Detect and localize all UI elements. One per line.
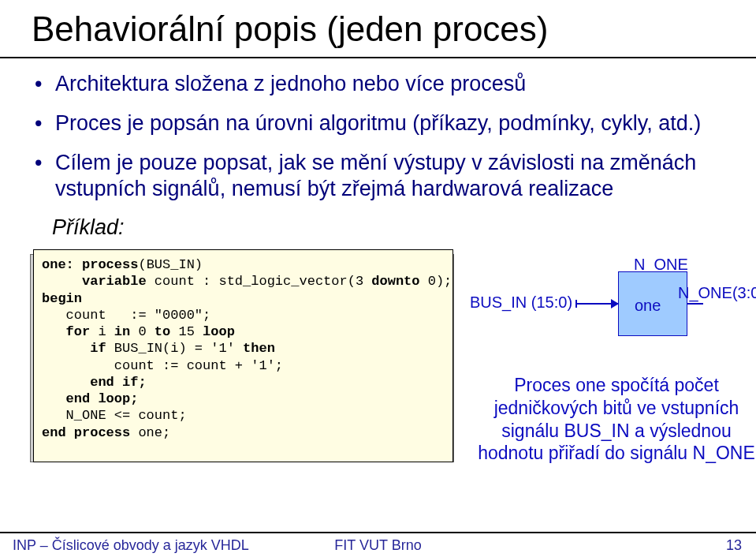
code-kw: begin bbox=[42, 291, 82, 306]
label-one: one bbox=[635, 297, 661, 315]
label-none-right: N_ONE(3:0) bbox=[678, 284, 756, 302]
code-kw: end if; bbox=[90, 375, 146, 390]
description-text: Proces one spočítá počet jedničkových bi… bbox=[473, 374, 756, 465]
code-kw: end loop; bbox=[66, 391, 139, 406]
code-text: 0); bbox=[420, 274, 452, 289]
footer-page: 13 bbox=[726, 537, 742, 554]
code-kw: in bbox=[114, 324, 130, 339]
code-kw: one: bbox=[42, 257, 74, 272]
code-text bbox=[42, 341, 90, 356]
code-text: 0 bbox=[130, 324, 155, 339]
slide-title: Behaviorální popis (jeden proces) bbox=[32, 9, 724, 49]
footer: INP – Číslicové obvody a jazyk VHDL FIT … bbox=[0, 532, 756, 557]
footer-center: FIT VUT Brno bbox=[0, 537, 756, 554]
title-underline bbox=[0, 57, 756, 58]
code-text: one; bbox=[130, 425, 170, 440]
code-kw: for bbox=[66, 324, 91, 339]
bullet-3: Cílem je pouze popsat, jak se mění výstu… bbox=[55, 150, 724, 204]
arrow-out bbox=[687, 303, 703, 305]
label-bus-in: BUS_IN (15:0) bbox=[470, 293, 572, 312]
code-text: BUS_IN(i) = '1' bbox=[106, 341, 243, 356]
code-block: one: process(BUS_IN) variable count : st… bbox=[33, 249, 453, 462]
code-text: i bbox=[90, 324, 114, 339]
code-text: N_ONE <= count; bbox=[42, 408, 187, 423]
code-text: (BUS_IN) bbox=[138, 257, 203, 272]
bullet-2: Proces je popsán na úrovni algoritmu (př… bbox=[55, 110, 724, 137]
code-text: count : std_logic_vector(3 bbox=[147, 274, 372, 289]
code-kw: then bbox=[243, 341, 275, 356]
code-kw: downto bbox=[371, 274, 419, 289]
bullet-1: Architektura složena z jednoho nebo více… bbox=[55, 71, 724, 98]
code-kw: variable bbox=[82, 274, 147, 289]
code-kw: if bbox=[90, 341, 106, 356]
code-kw: loop bbox=[203, 324, 235, 339]
example-label: Příklad: bbox=[52, 215, 724, 240]
bullet-list: Architektura složena z jednoho nebo více… bbox=[32, 71, 724, 203]
code-text: count := count + '1'; bbox=[42, 358, 283, 373]
code-text: 15 bbox=[170, 324, 203, 339]
code-text: count := "0000"; bbox=[42, 308, 210, 323]
code-text bbox=[42, 375, 90, 390]
diagram: N_ONE BUS_IN (15:0) one N_ONE(3:0) bbox=[473, 257, 756, 344]
code-kw: process bbox=[74, 257, 139, 272]
code-text bbox=[42, 274, 82, 289]
code-kw: to bbox=[155, 324, 170, 339]
code-text bbox=[42, 324, 66, 339]
arrow-in bbox=[575, 303, 618, 305]
code-kw: end process bbox=[42, 425, 130, 440]
code-text bbox=[42, 391, 66, 406]
